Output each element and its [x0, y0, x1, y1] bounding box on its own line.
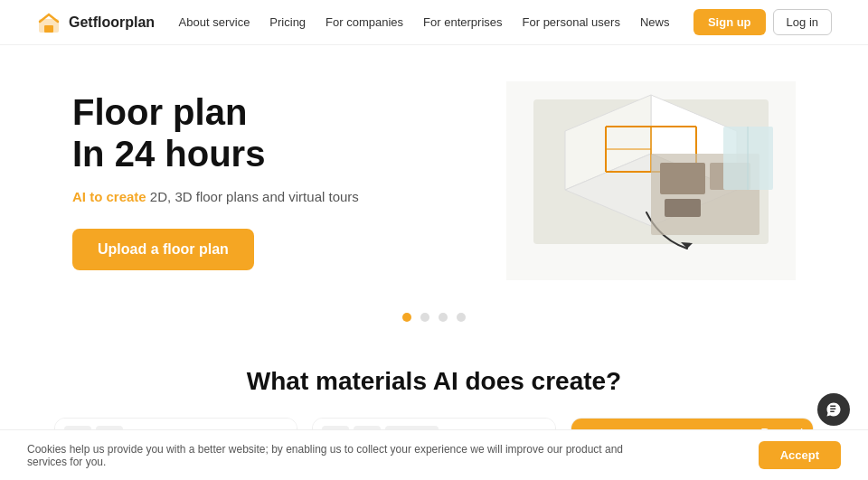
navbar: Getfloorplan About service Pricing For c… — [0, 0, 868, 45]
upload-floor-plan-button[interactable]: Upload a floor plan — [72, 229, 254, 270]
svg-rect-1 — [44, 25, 53, 33]
nav-companies[interactable]: For companies — [326, 15, 403, 29]
svg-rect-17 — [665, 199, 701, 217]
nav-links: About service Pricing For companies For … — [179, 15, 670, 29]
chat-bubble-button[interactable] — [817, 393, 850, 426]
hero-subtitle: AI to create 2D, 3D floor plans and virt… — [72, 187, 359, 208]
logo-icon — [36, 10, 61, 35]
hero-text: Floor plan In 24 hours AI to create 2D, … — [72, 91, 359, 271]
hero-title: Floor plan In 24 hours — [72, 91, 359, 174]
dot-2[interactable] — [420, 313, 429, 322]
cookie-text: Cookies help us provide you with a bette… — [27, 443, 642, 468]
hero-illustration — [506, 81, 796, 280]
materials-section-title: What materials AI does create? — [0, 349, 868, 418]
chat-icon — [826, 401, 842, 418]
hero-section: Floor plan In 24 hours AI to create 2D, … — [0, 45, 868, 298]
carousel-dots — [0, 298, 868, 349]
svg-rect-15 — [660, 163, 705, 194]
signup-button[interactable]: Sign up — [693, 9, 766, 35]
logo[interactable]: Getfloorplan — [36, 10, 155, 35]
cookie-banner: Cookies help us provide you with a bette… — [0, 429, 868, 480]
dot-3[interactable] — [439, 313, 448, 322]
nav-enterprises[interactable]: For enterprises — [423, 15, 502, 29]
dot-1[interactable] — [402, 313, 411, 322]
nav-actions: Sign up Log in — [693, 9, 832, 35]
login-button[interactable]: Log in — [773, 9, 832, 35]
accept-cookies-button[interactable]: Accept — [759, 441, 841, 469]
nav-pricing[interactable]: Pricing — [269, 15, 306, 29]
dot-4[interactable] — [457, 313, 466, 322]
hero-image — [506, 81, 796, 280]
nav-personal[interactable]: For personal users — [523, 15, 620, 29]
nav-news[interactable]: News — [640, 15, 670, 29]
nav-about[interactable]: About service — [179, 15, 250, 29]
